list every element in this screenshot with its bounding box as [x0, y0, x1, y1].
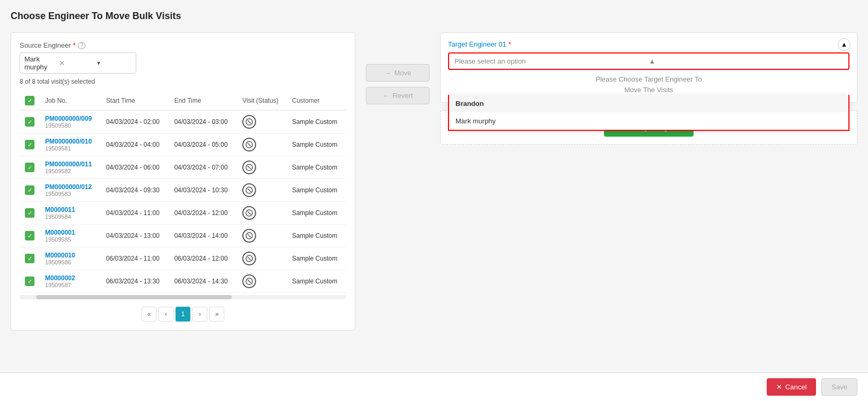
job-no: PM0000000/009 [45, 115, 95, 122]
job-sub: 19509583 [45, 191, 95, 197]
end-time: 04/03/2024 - 03:00 [169, 110, 238, 133]
col-end-time: End Time [169, 92, 238, 110]
row-checkbox[interactable]: ✓ [25, 140, 34, 149]
col-job-no: Job No. [40, 92, 101, 110]
svg-line-13 [248, 257, 251, 260]
required-asterisk: * [73, 41, 76, 49]
table-row: ✓ M0000002 19509587 06/03/2024 - 13:30 0… [20, 270, 346, 293]
page-next[interactable]: › [192, 307, 207, 322]
move-arrow-icon: → [384, 69, 391, 77]
row-checkbox[interactable]: ✓ [25, 185, 34, 195]
source-engineer-select[interactable]: Mark murphy ✕ ▾ [20, 52, 136, 74]
target-label-text: Target Engineer 01 [448, 40, 506, 48]
helper-text-line2: Move The Visits [624, 86, 673, 94]
table-row: ✓ PM0000000/009 19509580 04/03/2024 - 02… [20, 110, 346, 133]
end-time: 04/03/2024 - 07:00 [169, 156, 238, 179]
row-checkbox[interactable]: ✓ [25, 277, 34, 286]
header-checkbox[interactable]: ✓ [25, 96, 34, 105]
right-panel: Target Engineer 01 * ▲ Please select an … [440, 32, 857, 145]
page-current[interactable]: 1 [176, 307, 190, 322]
customer: Sample Custom [287, 156, 346, 179]
helper-text: Please Choose Target Engineer To Move Th… [448, 74, 849, 95]
job-sub: 19509585 [45, 236, 95, 243]
visits-table-wrapper: ✓ Job No. Start Time End Time Visit (Sta… [20, 92, 346, 299]
status-icon [242, 183, 256, 197]
dropdown-arrow-icon: ▲ [649, 57, 844, 65]
job-no: M0000011 [45, 206, 95, 213]
page-first[interactable]: « [142, 307, 156, 322]
svg-line-5 [248, 166, 251, 169]
source-engineer-label: Source Engineer * ? [20, 41, 346, 49]
job-sub: 19509586 [45, 259, 95, 265]
end-time: 04/03/2024 - 12:00 [169, 202, 238, 225]
customer: Sample Custom [287, 247, 346, 270]
target-engineer-card: Target Engineer 01 * ▲ Please select an … [440, 32, 857, 103]
source-label-text: Source Engineer [20, 41, 71, 49]
job-sub: 19509581 [45, 145, 95, 152]
job-sub: 19509582 [45, 168, 95, 174]
dropdown-icon[interactable]: ▾ [97, 59, 131, 67]
status-icon [242, 138, 256, 152]
col-start-time: Start Time [101, 92, 169, 110]
start-time: 04/03/2024 - 09:30 [101, 179, 169, 202]
page-last[interactable]: » [209, 307, 224, 322]
table-row: ✓ PM0000000/012 19509583 04/03/2024 - 09… [20, 179, 346, 202]
row-checkbox[interactable]: ✓ [25, 163, 34, 172]
job-no: PM0000000/010 [45, 138, 95, 145]
page-title: Choose Engineer To Move Bulk Visits [11, 11, 857, 22]
dropdown-option-mark[interactable]: Mark murphy [449, 112, 848, 130]
helper-text-line1: Please Choose Target Engineer To [595, 75, 702, 83]
table-row: ✓ M0000001 19509585 04/03/2024 - 13:00 0… [20, 225, 346, 247]
customer: Sample Custom [287, 202, 346, 225]
revert-label: Revert [392, 92, 413, 100]
row-checkbox[interactable]: ✓ [25, 208, 34, 218]
clear-icon[interactable]: ✕ [59, 59, 93, 67]
start-time: 04/03/2024 - 11:00 [101, 202, 169, 225]
customer: Sample Custom [287, 110, 346, 133]
status-icon [242, 274, 256, 288]
target-dropdown-container: Please select an option ▲ Brandon Mark m… [448, 52, 849, 95]
start-time: 04/03/2024 - 13:00 [101, 225, 169, 247]
end-time: 04/03/2024 - 10:30 [169, 179, 238, 202]
start-time: 06/03/2024 - 11:00 [101, 247, 169, 270]
svg-line-15 [248, 280, 251, 283]
job-no: M0000010 [45, 252, 95, 259]
collapse-button[interactable]: ▲ [838, 38, 851, 51]
row-checkbox[interactable]: ✓ [25, 117, 34, 127]
move-button[interactable]: → Move [366, 64, 429, 82]
status-icon [242, 206, 256, 220]
dropdown-outer: Please select an option ▲ Brandon Mark m… [448, 52, 849, 70]
job-no: M0000001 [45, 229, 95, 236]
revert-arrow-icon: ← [382, 92, 389, 100]
start-time: 04/03/2024 - 06:00 [101, 156, 169, 179]
end-time: 04/03/2024 - 14:00 [169, 225, 238, 247]
job-sub: 19509587 [45, 282, 95, 288]
help-icon[interactable]: ? [78, 42, 85, 49]
svg-line-11 [248, 234, 251, 237]
visits-count: 8 of 8 total visit(s) selected [20, 78, 346, 85]
page-prev[interactable]: ‹ [159, 307, 173, 322]
source-engineer-value: Mark murphy [24, 55, 59, 71]
status-icon [242, 115, 256, 129]
table-row: ✓ M0000011 19509584 04/03/2024 - 11:00 0… [20, 202, 346, 225]
row-checkbox[interactable]: ✓ [25, 231, 34, 240]
status-icon [242, 229, 256, 243]
left-panel: Source Engineer * ? Mark murphy ✕ ▾ 8 of… [11, 32, 355, 331]
dropdown-option-brandon[interactable]: Brandon [449, 95, 848, 112]
job-no: PM0000000/011 [45, 161, 95, 168]
target-engineer-dropdown[interactable]: Please select an option ▲ [449, 54, 848, 69]
customer: Sample Custom [287, 270, 346, 293]
row-checkbox[interactable]: ✓ [25, 254, 34, 263]
dropdown-menu: Brandon Mark murphy [448, 95, 849, 131]
pagination: « ‹ 1 › » [20, 307, 346, 322]
customer: Sample Custom [287, 133, 346, 156]
target-engineer-label: Target Engineer 01 * [448, 40, 849, 48]
customer: Sample Custom [287, 225, 346, 247]
target-required-asterisk: * [508, 40, 511, 48]
visits-table: ✓ Job No. Start Time End Time Visit (Sta… [20, 92, 346, 293]
revert-button[interactable]: ← Revert [366, 87, 429, 104]
status-icon [242, 161, 256, 174]
svg-line-3 [248, 143, 251, 146]
col-customer: Customer [287, 92, 346, 110]
job-no: M0000002 [45, 274, 95, 282]
